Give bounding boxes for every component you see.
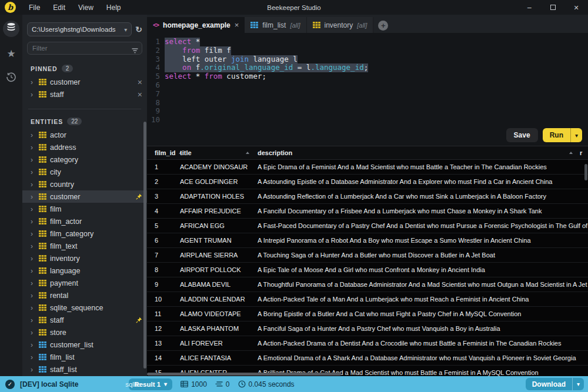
entity-item-film_text[interactable]: film_text (22, 240, 147, 252)
cell-title[interactable]: ALICE FANTASIA (180, 354, 258, 361)
chevron-right-icon[interactable] (31, 292, 35, 300)
pinned-item-staff[interactable]: staff (22, 88, 147, 100)
entity-item-inventory[interactable]: inventory (22, 252, 147, 264)
database-selector[interactable]: C:\Users\ghstng\Downloads (27, 22, 132, 36)
run-options-caret-icon[interactable] (570, 128, 582, 142)
table-row[interactable]: 12 ALASKA PHANTOM A Fanciful Saga of a H… (147, 321, 588, 336)
cell-film-id[interactable]: 8 (147, 266, 180, 273)
entity-item-actor[interactable]: actor (22, 129, 147, 141)
refresh-icon[interactable] (135, 24, 142, 35)
minimize-button[interactable] (517, 0, 541, 15)
chevron-right-icon[interactable] (31, 254, 35, 263)
pin-icon[interactable] (136, 317, 142, 323)
cell-description[interactable]: A Fast-Paced Documentary of a Pastry Che… (258, 222, 588, 229)
download-button-label[interactable]: Download (526, 378, 572, 390)
table-row[interactable]: 14 ALICE FANTASIA A Emotional Drama of a… (147, 351, 588, 366)
entity-item-staff[interactable]: staff (22, 314, 147, 326)
chevron-right-icon[interactable] (31, 78, 35, 86)
chevron-right-icon[interactable] (31, 366, 35, 374)
cell-description[interactable]: A Emotional Drama of a A Shark And a Dat… (258, 354, 588, 361)
cell-film-id[interactable]: 14 (147, 354, 180, 361)
cell-film-id[interactable]: 9 (147, 281, 180, 288)
download-button[interactable]: Download (526, 378, 584, 390)
results-vertical-scrollbar[interactable] (584, 164, 587, 180)
menu-file[interactable]: File (22, 1, 46, 14)
cell-description[interactable]: A Astounding Epistle of a Database Admin… (258, 178, 588, 185)
run-button[interactable]: Run (543, 128, 582, 142)
cell-title[interactable]: AGENT TRUMAN (180, 237, 258, 244)
cell-film-id[interactable]: 10 (147, 296, 180, 303)
cell-title[interactable]: ADAPTATION HOLES (180, 193, 258, 200)
chevron-right-icon[interactable] (31, 341, 35, 349)
download-options-caret-icon[interactable] (572, 378, 584, 390)
unpin-close-icon[interactable] (138, 90, 142, 99)
filter-input[interactable] (27, 42, 142, 55)
chevron-right-icon[interactable] (31, 180, 35, 189)
cell-description[interactable]: A Astounding Reflection of a Lumberjack … (258, 193, 588, 200)
cell-title[interactable]: AFRICAN EGG (180, 222, 258, 229)
pin-icon[interactable] (136, 193, 142, 200)
cell-description[interactable]: A Fanciful Documentary of a Frisbee And … (258, 207, 588, 215)
chevron-right-icon[interactable] (31, 353, 35, 361)
cell-film-id[interactable]: 3 (147, 193, 180, 200)
chevron-right-icon[interactable] (31, 156, 35, 164)
cell-title[interactable]: ALADDIN CALENDAR (180, 296, 258, 303)
menu-help[interactable]: Help (100, 1, 128, 14)
chevron-right-icon[interactable] (31, 193, 35, 201)
column-header-description[interactable]: description (258, 149, 580, 156)
tab-film-list[interactable]: film_list [all] (245, 17, 306, 33)
cell-title[interactable]: ALAMO VIDEOTAPE (180, 310, 258, 317)
cell-title[interactable]: ALI FOREVER (180, 340, 258, 347)
table-row[interactable]: 1 ACADEMY DINOSAUR A Epic Drama of a Fem… (147, 160, 588, 175)
tab-inventory[interactable]: inventory [all] (307, 17, 374, 33)
table-row[interactable]: 9 ALABAMA DEVIL A Thoughtful Panorama of… (147, 277, 588, 292)
cell-film-id[interactable]: 5 (147, 222, 180, 229)
entity-item-customer[interactable]: customer (22, 190, 147, 203)
cell-title[interactable]: ACADEMY DINOSAUR (180, 163, 258, 170)
entity-item-city[interactable]: city (22, 166, 147, 178)
table-row[interactable]: 4 AFFAIR PREJUDICE A Fanciful Documentar… (147, 204, 588, 219)
table-row[interactable]: 3 ADAPTATION HOLES A Astounding Reflecti… (147, 189, 588, 204)
chevron-right-icon[interactable] (31, 168, 35, 176)
chevron-right-icon[interactable] (31, 217, 35, 226)
results-horizontal-scrollbar[interactable] (147, 373, 341, 376)
entity-item-country[interactable]: country (22, 178, 147, 190)
cell-description[interactable]: A Action-Packed Tale of a Man And a Lumb… (258, 296, 588, 303)
entity-item-payment[interactable]: payment (22, 277, 147, 289)
table-row[interactable]: 13 ALI FOREVER A Action-Packed Drama of … (147, 336, 588, 351)
table-row[interactable]: 2 ACE GOLDFINGER A Astounding Epistle of… (147, 175, 588, 189)
chevron-right-icon[interactable] (31, 267, 35, 275)
chevron-right-icon[interactable] (31, 316, 35, 324)
maximize-button[interactable] (541, 0, 564, 15)
cell-title[interactable]: ALABAMA DEVIL (180, 281, 258, 288)
history-panel-button[interactable] (3, 70, 19, 86)
cell-description[interactable]: A Boring Epistle of a Butler And a Cat w… (258, 310, 588, 317)
chevron-right-icon[interactable] (31, 91, 35, 99)
cell-description[interactable]: A Fanciful Saga of a Hunter And a Pastry… (258, 325, 588, 332)
cell-title[interactable]: AFFAIR PREJUDICE (180, 207, 258, 215)
cell-film-id[interactable]: 13 (147, 340, 180, 347)
cell-title[interactable]: AIRPLANE SIERRA (180, 252, 258, 259)
menu-view[interactable]: View (72, 1, 100, 14)
chevron-right-icon[interactable] (31, 131, 35, 139)
cell-description[interactable]: A Epic Drama of a Feminist And a Mad Sci… (258, 163, 588, 170)
sql-editor[interactable]: 1 select * 2 from film f 3 left outer jo… (147, 33, 588, 146)
table-row[interactable]: 10 ALADDIN CALENDAR A Action-Packed Tale… (147, 292, 588, 307)
column-header-title[interactable]: title (180, 149, 258, 156)
cell-film-id[interactable]: 1 (147, 163, 180, 170)
tab-close-icon[interactable] (235, 21, 239, 29)
cell-description[interactable]: A Intrepid Panorama of a Robot And a Boy… (258, 237, 588, 244)
table-row[interactable]: 6 AGENT TRUMAN A Intrepid Panorama of a … (147, 233, 588, 248)
chevron-right-icon[interactable] (31, 242, 35, 250)
entity-item-film_category[interactable]: film_category (22, 227, 147, 240)
save-button[interactable]: Save (506, 128, 538, 142)
database-panel-button[interactable] (3, 21, 19, 37)
column-header-partial[interactable]: r (580, 149, 588, 156)
entity-item-rental[interactable]: rental (22, 289, 147, 301)
cell-description[interactable]: A Touching Saga of a Hunter And a Butler… (258, 252, 588, 259)
column-header-film-id[interactable]: film_id (147, 149, 180, 156)
entity-item-film_actor[interactable]: film_actor (22, 215, 147, 227)
cell-title[interactable]: ACE GOLDFINGER (180, 178, 258, 185)
cell-film-id[interactable]: 4 (147, 207, 180, 215)
chevron-right-icon[interactable] (31, 205, 35, 213)
